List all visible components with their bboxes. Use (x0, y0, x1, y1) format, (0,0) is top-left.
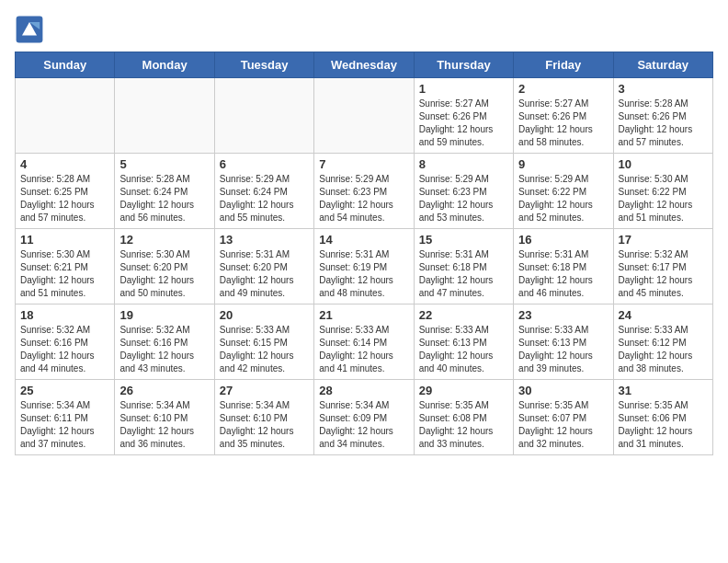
day-info: Sunrise: 5:31 AM Sunset: 6:20 PM Dayligh… (220, 248, 309, 300)
day-number: 29 (419, 384, 508, 397)
day-info: Sunrise: 5:29 AM Sunset: 6:22 PM Dayligh… (518, 173, 608, 224)
calendar-cell: 22Sunrise: 5:33 AM Sunset: 6:13 PM Dayli… (414, 304, 513, 380)
calendar-cell: 4Sunrise: 5:28 AM Sunset: 6:25 PM Daylig… (16, 154, 115, 229)
calendar-cell: 9Sunrise: 5:29 AM Sunset: 6:22 PM Daylig… (514, 154, 613, 229)
day-info: Sunrise: 5:30 AM Sunset: 6:22 PM Dayligh… (619, 173, 708, 224)
day-info: Sunrise: 5:32 AM Sunset: 6:17 PM Dayligh… (619, 248, 708, 300)
weekday-header-saturday: Saturday (613, 52, 712, 78)
day-info: Sunrise: 5:31 AM Sunset: 6:18 PM Dayligh… (518, 248, 608, 300)
calendar-cell: 28Sunrise: 5:34 AM Sunset: 6:09 PM Dayli… (314, 380, 414, 455)
calendar-cell: 2Sunrise: 5:27 AM Sunset: 6:26 PM Daylig… (514, 78, 613, 154)
calendar-week-1: 1Sunrise: 5:27 AM Sunset: 6:26 PM Daylig… (16, 78, 713, 154)
day-info: Sunrise: 5:33 AM Sunset: 6:13 PM Dayligh… (518, 324, 608, 375)
calendar-cell: 30Sunrise: 5:35 AM Sunset: 6:07 PM Dayli… (514, 380, 613, 455)
day-info: Sunrise: 5:34 AM Sunset: 6:10 PM Dayligh… (220, 399, 309, 451)
day-number: 31 (619, 384, 708, 397)
day-info: Sunrise: 5:34 AM Sunset: 6:09 PM Dayligh… (319, 399, 408, 451)
calendar-cell: 8Sunrise: 5:29 AM Sunset: 6:23 PM Daylig… (414, 154, 513, 229)
day-info: Sunrise: 5:35 AM Sunset: 6:07 PM Dayligh… (518, 399, 608, 451)
day-number: 22 (419, 308, 508, 322)
day-info: Sunrise: 5:32 AM Sunset: 6:16 PM Dayligh… (20, 324, 109, 375)
day-info: Sunrise: 5:31 AM Sunset: 6:18 PM Dayligh… (419, 248, 508, 300)
calendar-cell: 18Sunrise: 5:32 AM Sunset: 6:16 PM Dayli… (16, 304, 115, 380)
day-info: Sunrise: 5:28 AM Sunset: 6:25 PM Dayligh… (20, 173, 109, 224)
calendar-cell (214, 78, 313, 154)
day-number: 10 (619, 157, 708, 171)
calendar-cell: 14Sunrise: 5:31 AM Sunset: 6:19 PM Dayli… (314, 229, 414, 304)
day-number: 4 (20, 157, 109, 171)
calendar-cell (115, 78, 214, 154)
calendar-cell: 26Sunrise: 5:34 AM Sunset: 6:10 PM Dayli… (115, 380, 214, 455)
calendar-table: SundayMondayTuesdayWednesdayThursdayFrid… (15, 52, 713, 455)
day-info: Sunrise: 5:29 AM Sunset: 6:24 PM Dayligh… (220, 173, 309, 224)
day-number: 28 (319, 384, 408, 397)
calendar-cell: 19Sunrise: 5:32 AM Sunset: 6:16 PM Dayli… (115, 304, 214, 380)
day-info: Sunrise: 5:35 AM Sunset: 6:08 PM Dayligh… (419, 399, 508, 451)
weekday-header-sunday: Sunday (16, 52, 115, 78)
calendar-cell: 25Sunrise: 5:34 AM Sunset: 6:11 PM Dayli… (16, 380, 115, 455)
day-info: Sunrise: 5:33 AM Sunset: 6:12 PM Dayligh… (619, 324, 708, 375)
calendar-cell: 17Sunrise: 5:32 AM Sunset: 6:17 PM Dayli… (613, 229, 712, 304)
calendar-cell: 7Sunrise: 5:29 AM Sunset: 6:23 PM Daylig… (314, 154, 414, 229)
day-number: 17 (619, 233, 708, 247)
day-number: 8 (419, 157, 508, 171)
weekday-header-friday: Friday (514, 52, 613, 78)
day-number: 21 (319, 308, 408, 322)
day-info: Sunrise: 5:35 AM Sunset: 6:06 PM Dayligh… (619, 399, 708, 451)
calendar-cell: 15Sunrise: 5:31 AM Sunset: 6:18 PM Dayli… (414, 229, 513, 304)
day-number: 2 (518, 82, 608, 96)
calendar-cell: 20Sunrise: 5:33 AM Sunset: 6:15 PM Dayli… (214, 304, 313, 380)
calendar-cell: 1Sunrise: 5:27 AM Sunset: 6:26 PM Daylig… (414, 78, 513, 154)
day-number: 27 (220, 384, 309, 397)
day-number: 15 (419, 233, 508, 247)
day-info: Sunrise: 5:27 AM Sunset: 6:26 PM Dayligh… (419, 98, 508, 149)
day-number: 25 (20, 384, 109, 397)
day-info: Sunrise: 5:28 AM Sunset: 6:24 PM Dayligh… (119, 173, 209, 224)
calendar-cell: 5Sunrise: 5:28 AM Sunset: 6:24 PM Daylig… (115, 154, 214, 229)
weekday-header-thursday: Thursday (414, 52, 513, 78)
calendar-cell: 11Sunrise: 5:30 AM Sunset: 6:21 PM Dayli… (16, 229, 115, 304)
calendar-cell: 29Sunrise: 5:35 AM Sunset: 6:08 PM Dayli… (414, 380, 513, 455)
day-info: Sunrise: 5:33 AM Sunset: 6:13 PM Dayligh… (419, 324, 508, 375)
day-info: Sunrise: 5:27 AM Sunset: 6:26 PM Dayligh… (518, 98, 608, 149)
calendar-cell (314, 78, 414, 154)
day-number: 7 (319, 157, 408, 171)
day-info: Sunrise: 5:30 AM Sunset: 6:21 PM Dayligh… (20, 248, 109, 300)
day-info: Sunrise: 5:29 AM Sunset: 6:23 PM Dayligh… (419, 173, 508, 224)
calendar-cell: 31Sunrise: 5:35 AM Sunset: 6:06 PM Dayli… (613, 380, 712, 455)
day-number: 24 (619, 308, 708, 322)
day-number: 18 (20, 308, 109, 322)
day-info: Sunrise: 5:33 AM Sunset: 6:15 PM Dayligh… (220, 324, 309, 375)
calendar-cell: 23Sunrise: 5:33 AM Sunset: 6:13 PM Dayli… (514, 304, 613, 380)
day-info: Sunrise: 5:34 AM Sunset: 6:11 PM Dayligh… (20, 399, 109, 451)
day-number: 20 (220, 308, 309, 322)
calendar-cell: 16Sunrise: 5:31 AM Sunset: 6:18 PM Dayli… (514, 229, 613, 304)
day-number: 12 (119, 233, 209, 247)
day-number: 14 (319, 233, 408, 247)
calendar-cell: 3Sunrise: 5:28 AM Sunset: 6:26 PM Daylig… (613, 78, 712, 154)
weekday-header-monday: Monday (115, 52, 214, 78)
day-info: Sunrise: 5:29 AM Sunset: 6:23 PM Dayligh… (319, 173, 408, 224)
day-number: 9 (518, 157, 608, 171)
logo (15, 15, 48, 44)
day-number: 11 (20, 233, 109, 247)
day-info: Sunrise: 5:33 AM Sunset: 6:14 PM Dayligh… (319, 324, 408, 375)
calendar-week-5: 25Sunrise: 5:34 AM Sunset: 6:11 PM Dayli… (16, 380, 713, 455)
weekday-header-tuesday: Tuesday (214, 52, 313, 78)
day-number: 1 (419, 82, 508, 96)
calendar-cell: 12Sunrise: 5:30 AM Sunset: 6:20 PM Dayli… (115, 229, 214, 304)
calendar-cell (16, 78, 115, 154)
calendar-header-row: SundayMondayTuesdayWednesdayThursdayFrid… (16, 52, 713, 78)
calendar-cell: 24Sunrise: 5:33 AM Sunset: 6:12 PM Dayli… (613, 304, 712, 380)
weekday-header-wednesday: Wednesday (314, 52, 414, 78)
calendar-week-4: 18Sunrise: 5:32 AM Sunset: 6:16 PM Dayli… (16, 304, 713, 380)
day-number: 16 (518, 233, 608, 247)
day-number: 13 (220, 233, 309, 247)
logo-icon (15, 15, 44, 44)
calendar-cell: 13Sunrise: 5:31 AM Sunset: 6:20 PM Dayli… (214, 229, 313, 304)
day-number: 3 (619, 82, 708, 96)
day-number: 30 (518, 384, 608, 397)
calendar-cell: 6Sunrise: 5:29 AM Sunset: 6:24 PM Daylig… (214, 154, 313, 229)
calendar-cell: 10Sunrise: 5:30 AM Sunset: 6:22 PM Dayli… (613, 154, 712, 229)
calendar-week-2: 4Sunrise: 5:28 AM Sunset: 6:25 PM Daylig… (16, 154, 713, 229)
